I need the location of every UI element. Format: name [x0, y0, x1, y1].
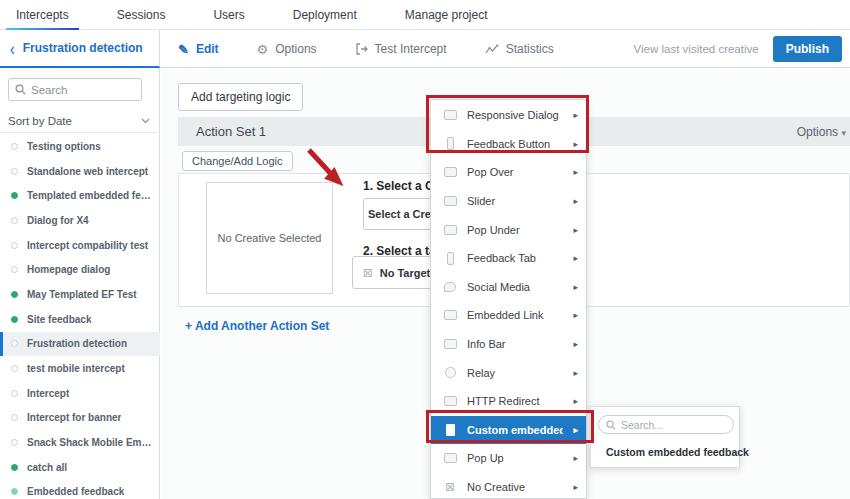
status-dot	[11, 340, 18, 347]
no-creative-selected-label: No Creative Selected	[218, 232, 322, 244]
add-targeting-logic-button[interactable]: Add targeting logic	[178, 83, 303, 111]
statistics-label: Statistics	[506, 42, 554, 56]
search-input[interactable]	[31, 84, 135, 96]
social-media-icon	[443, 282, 457, 292]
tab-manage-project[interactable]: Manage project	[395, 0, 498, 30]
statistics-button[interactable]: Statistics	[485, 42, 554, 56]
tab-deployment[interactable]: Deployment	[283, 0, 367, 30]
status-dot	[11, 192, 18, 199]
sidebar-item-label: Intercept	[27, 388, 69, 399]
submenu-arrow-icon: ▸	[573, 139, 578, 149]
toolbar: ‹ Frustration detection ✎ Edit ⚙ Options…	[0, 30, 850, 68]
search-icon	[15, 84, 26, 95]
menu-item-label: Custom embedded feedback	[467, 424, 563, 436]
menu-item-label: Slider	[467, 195, 563, 207]
sidebar-item-may-templated-ef-test[interactable]: May Templated EF Test	[0, 282, 160, 307]
menu-item-pop-up[interactable]: Pop Up▸	[431, 444, 586, 473]
feedback-tab-icon	[443, 252, 457, 265]
chevron-left-icon: ‹	[10, 39, 15, 57]
test-intercept-button[interactable]: Test Intercept	[355, 42, 447, 56]
edit-button[interactable]: ✎ Edit	[178, 42, 219, 56]
sidebar-item-site-feedback[interactable]: Site feedback	[0, 307, 160, 332]
no-target-label: No Target	[380, 267, 431, 279]
submenu-item-custom-embedded-feedback[interactable]: Custom embedded feedback	[591, 441, 741, 463]
submenu-search	[598, 415, 734, 434]
sort-by-date-dropdown[interactable]: Sort by Date	[0, 109, 160, 133]
submenu-arrow-icon: ▸	[573, 110, 578, 120]
submenu-search-input[interactable]	[621, 419, 726, 431]
status-dot	[11, 242, 18, 249]
menu-item-social-media[interactable]: Social Media▸	[431, 273, 586, 302]
publish-button[interactable]: Publish	[773, 36, 842, 62]
feedback-button-icon	[443, 137, 457, 150]
sidebar-item-label: Standalone web intercept	[27, 166, 148, 177]
sidebar-item-snack-shack-mobile-embedd[interactable]: Snack Shack Mobile Embedd...	[0, 430, 160, 455]
relay-icon	[443, 367, 457, 378]
status-dot	[11, 168, 18, 175]
sort-label: Sort by Date	[8, 115, 72, 127]
sidebar-item-intercept[interactable]: Intercept	[0, 381, 160, 406]
no-target-icon: ⊠	[363, 267, 373, 279]
sidebar-item-dialog-for-x4[interactable]: Dialog for X4	[0, 208, 160, 233]
tab-intercepts[interactable]: Intercepts	[6, 0, 79, 30]
submenu-arrow-icon: ▸	[573, 482, 578, 492]
menu-item-no-creative[interactable]: ⊠No Creative▸	[431, 473, 586, 499]
view-last-visited-creative-link[interactable]: View last visited creative	[634, 43, 759, 55]
sidebar-item-frustration-detection[interactable]: Frustration detection	[0, 332, 160, 357]
sidebar-item-test-mobile-intercept[interactable]: test mobile intercept	[0, 356, 160, 381]
sidebar-item-label: test mobile intercept	[27, 363, 125, 374]
sidebar-item-label: Frustration detection	[27, 338, 127, 349]
add-another-action-set-link[interactable]: + Add Another Action Set	[185, 319, 329, 333]
menu-item-http-redirect[interactable]: HTTP Redirect▸	[431, 387, 586, 416]
menu-item-embedded-link[interactable]: Embedded Link▸	[431, 301, 586, 330]
menu-item-relay[interactable]: Relay▸	[431, 358, 586, 387]
menu-item-info-bar[interactable]: Info Bar▸	[431, 330, 586, 359]
sidebar-item-label: catch all	[27, 462, 67, 473]
menu-item-label: HTTP Redirect	[467, 395, 563, 407]
menu-item-label: Pop Over	[467, 166, 563, 178]
sidebar-item-catch-all[interactable]: catch all	[0, 455, 160, 480]
change-add-logic-button[interactable]: Change/Add Logic	[182, 151, 293, 171]
sidebar-item-homepage-dialog[interactable]: Homepage dialog	[0, 257, 160, 282]
status-dot	[11, 365, 18, 372]
menu-item-custom-embedded-feedback[interactable]: Custom embedded feedback▸	[431, 416, 586, 445]
submenu-arrow-icon: ▸	[573, 396, 578, 406]
submenu-arrow-icon: ▸	[573, 453, 578, 463]
submenu-arrow-icon: ▸	[573, 425, 578, 435]
breadcrumb-label: Frustration detection	[23, 41, 143, 55]
no-creative-selected-box: No Creative Selected	[206, 182, 333, 294]
sidebar-item-standalone-web-intercept[interactable]: Standalone web intercept	[0, 159, 160, 184]
pop-over-icon	[443, 167, 457, 177]
sidebar-item-intercept-for-banner[interactable]: Intercept for banner	[0, 406, 160, 431]
menu-item-slider[interactable]: Slider▸	[431, 187, 586, 216]
top-nav: Intercepts Sessions Users Deployment Man…	[0, 0, 850, 30]
tab-users[interactable]: Users	[203, 0, 254, 30]
breadcrumb[interactable]: ‹ Frustration detection	[0, 30, 160, 68]
sidebar-item-intercept-compability-test[interactable]: Intercept compability test	[0, 233, 160, 258]
menu-item-pop-under[interactable]: Pop Under▸	[431, 215, 586, 244]
app-window: Intercepts Sessions Users Deployment Man…	[0, 0, 850, 499]
sidebar-item-label: Dialog for X4	[27, 215, 89, 226]
status-dot	[11, 291, 18, 298]
sidebar-item-embedded-feedback[interactable]: Embedded feedback	[0, 480, 160, 499]
sidebar-item-testing-options[interactable]: Testing options	[0, 134, 160, 159]
options-label: Options	[275, 42, 316, 56]
action-set-options-button[interactable]: Options ▾	[797, 125, 846, 139]
menu-item-responsive-dialog[interactable]: Responsive Dialog▸	[431, 101, 586, 130]
menu-item-label: No Creative	[467, 481, 563, 493]
menu-item-feedback-tab[interactable]: Feedback Tab▸	[431, 244, 586, 273]
embedded-link-icon	[443, 310, 457, 320]
sidebar-item-label: Embedded feedback	[27, 486, 124, 497]
menu-item-pop-over[interactable]: Pop Over▸	[431, 158, 586, 187]
tab-sessions[interactable]: Sessions	[107, 0, 176, 30]
menu-item-label: Responsive Dialog	[467, 109, 563, 121]
menu-item-label: Social Media	[467, 281, 563, 293]
sidebar-search	[8, 78, 142, 101]
sidebar-item-templated-embedded-feedba[interactable]: Templated embedded feedba...	[0, 183, 160, 208]
submenu-arrow-icon: ▸	[573, 225, 578, 235]
options-button[interactable]: ⚙ Options	[257, 42, 317, 56]
submenu-arrow-icon: ▸	[573, 196, 578, 206]
menu-item-feedback-button[interactable]: Feedback Button▸	[431, 130, 586, 159]
menu-item-label: Feedback Tab	[467, 252, 563, 264]
sidebar-item-label: Intercept for banner	[27, 412, 121, 423]
